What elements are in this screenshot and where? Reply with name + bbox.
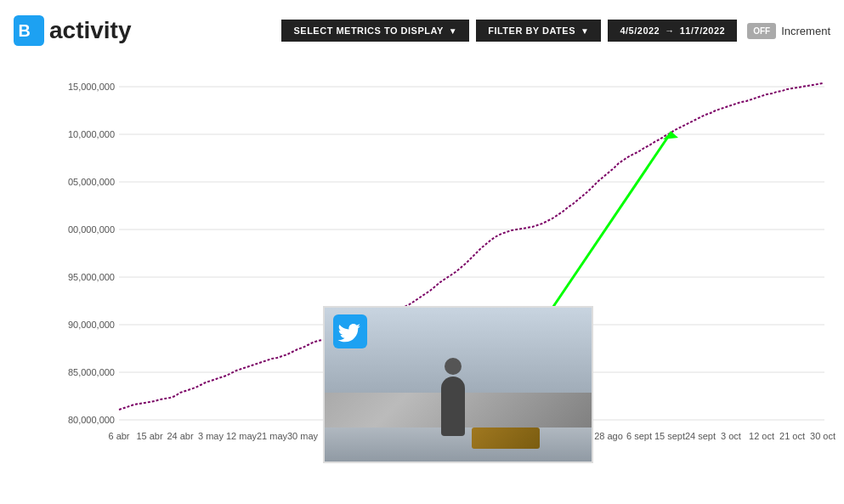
date-to: 11/7/2022 — [680, 25, 725, 36]
select-metrics-button[interactable]: SELECT METRICS TO DISPLAY ▼ — [281, 20, 469, 42]
thumbnail-overlay — [323, 306, 593, 463]
svg-text:100,000,000: 100,000,000 — [68, 224, 115, 235]
toolbar: SELECT METRICS TO DISPLAY ▼ FILTER BY DA… — [281, 20, 830, 42]
chevron-down-icon: ▼ — [449, 26, 457, 36]
toggle-off-badge[interactable]: OFF — [747, 23, 776, 39]
svg-text:24 sept: 24 sept — [685, 431, 716, 441]
person-silhouette — [441, 377, 465, 436]
svg-text:6 sept: 6 sept — [626, 431, 652, 441]
filter-dates-button[interactable]: FILTER BY DATES ▼ — [476, 20, 601, 42]
date-from: 4/5/2022 — [620, 25, 660, 36]
svg-text:115,000,000: 115,000,000 — [68, 82, 115, 92]
green-arrow-line — [544, 132, 671, 320]
svg-text:80,000,000: 80,000,000 — [68, 415, 115, 425]
app-title: activity — [49, 17, 132, 44]
svg-text:21 oct: 21 oct — [779, 431, 805, 441]
svg-text:12 may: 12 may — [226, 431, 258, 441]
select-metrics-label: SELECT METRICS TO DISPLAY — [293, 25, 443, 36]
svg-text:30 oct: 30 oct — [810, 431, 836, 441]
svg-text:12 oct: 12 oct — [749, 431, 774, 441]
increment-label: Increment — [781, 25, 830, 37]
logo-area: B activity — [14, 15, 132, 46]
twitter-logo-icon: B — [14, 15, 44, 46]
chevron-down-icon: ▼ — [581, 26, 589, 36]
svg-text:85,000,000: 85,000,000 — [68, 367, 115, 377]
svg-text:30 may: 30 may — [287, 431, 319, 441]
svg-text:95,000,000: 95,000,000 — [68, 272, 115, 282]
svg-text:110,000,000: 110,000,000 — [68, 129, 115, 139]
toggle-area: OFF Increment — [747, 23, 830, 39]
arrow-icon: → — [665, 25, 675, 36]
svg-text:21 may: 21 may — [257, 431, 288, 441]
svg-text:6 abr: 6 abr — [108, 431, 129, 441]
svg-text:3 may: 3 may — [198, 431, 224, 441]
thumb-twitter-logo — [333, 314, 367, 348]
svg-text:B: B — [18, 21, 30, 40]
reception-desk — [472, 428, 540, 449]
filter-dates-label: FILTER BY DATES — [488, 25, 575, 36]
header: B activity SELECT METRICS TO DISPLAY ▼ F… — [0, 0, 844, 61]
svg-text:15 sept: 15 sept — [654, 431, 685, 441]
svg-text:105,000,000: 105,000,000 — [68, 177, 115, 187]
svg-text:3 oct: 3 oct — [721, 431, 741, 441]
svg-text:24 abr: 24 abr — [167, 431, 194, 441]
svg-text:15 abr: 15 abr — [136, 431, 163, 441]
svg-text:28 ago: 28 ago — [594, 431, 623, 441]
thumb-inner — [325, 308, 592, 462]
chart-container: .grid-line { stroke: #e0e0e0; stroke-wid… — [0, 61, 844, 504]
date-range: 4/5/2022 → 11/7/2022 — [608, 20, 737, 42]
svg-text:90,000,000: 90,000,000 — [68, 320, 115, 330]
